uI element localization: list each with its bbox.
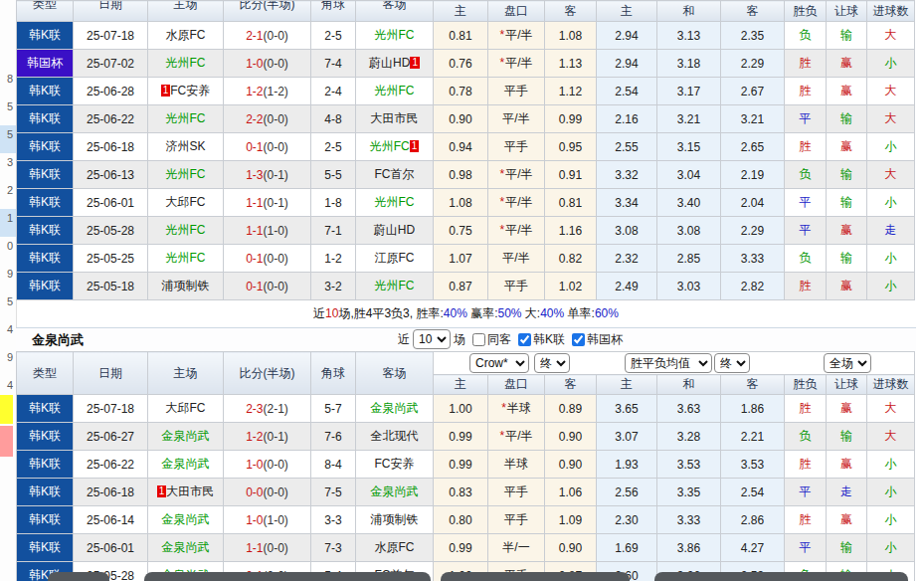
ah-home-odds: 0.83 <box>434 479 488 506</box>
ah-away-odds: 1.06 <box>545 479 597 506</box>
table-row: 韩K联25-07-18水原FC2-1(0-0)2-5光州FC0.81*平/半1.… <box>17 22 915 50</box>
red-card-badge: 1 <box>410 140 420 152</box>
ah-home-odds: 0.98 <box>434 161 488 189</box>
eu-home-odds: 2.16 <box>597 105 657 133</box>
handicap-result-cell: 走 <box>827 479 867 506</box>
match-date: 25-06-22 <box>74 105 148 133</box>
korea-cup-filter[interactable]: 韩国杯 <box>565 331 623 348</box>
early-odds-star: * <box>499 223 504 237</box>
eu-home-odds: 2.49 <box>597 273 657 300</box>
team-name: 光州FC <box>166 223 206 237</box>
handicap-text: 平/半 <box>502 111 529 125</box>
col-score: 比分(半场) <box>224 352 311 395</box>
handicap-cell: *平/半 <box>488 50 545 78</box>
team-name: FC首尔 <box>375 167 415 181</box>
team-name: 浦项制铁 <box>162 279 210 292</box>
result-cell: 负 <box>785 423 827 451</box>
handicap-cell: 平手 <box>488 78 545 105</box>
bottom-sheet-tab[interactable] <box>48 572 109 581</box>
handicap-cell: 平手 <box>488 273 545 300</box>
k-league-filter[interactable]: 韩K联 <box>511 331 565 348</box>
eu-away-odds: 2.04 <box>721 189 785 217</box>
eu-draw-odds: 2.85 <box>657 245 721 273</box>
match-date: 25-06-18 <box>74 479 148 506</box>
result-cell: 平 <box>785 534 827 562</box>
ah-away-odds: 0.89 <box>545 395 597 423</box>
corners-cell: 2-5 <box>311 22 356 50</box>
team-name: FC安养 <box>375 457 415 471</box>
bottom-sheet-tab[interactable] <box>144 572 431 581</box>
handicap-text: 平/半 <box>505 28 532 42</box>
eu-away-odds: 1.86 <box>721 395 785 423</box>
table-row: 韩K联25-06-01金泉尚武1-1(0-0)7-3水原FC0.99半/一0.9… <box>17 534 915 562</box>
team-name: 金泉尚武 <box>162 540 210 554</box>
bottom-sheet-tab[interactable] <box>654 572 908 581</box>
half-time-score: (0-0) <box>264 280 288 293</box>
strip-digit: 5 <box>7 292 13 310</box>
red-card-badge: 1 <box>410 57 420 69</box>
odds-time-select[interactable]: 终 <box>534 353 570 373</box>
half-time-score: (0-0) <box>264 140 288 154</box>
handicap-cell: *平/半 <box>488 217 545 245</box>
goals-result-cell: 小 <box>867 273 915 300</box>
half-time-score: (0-1) <box>264 430 288 444</box>
match-date: 25-06-13 <box>74 161 148 189</box>
ah-away-odds: 0.82 <box>545 245 597 273</box>
scope-select[interactable]: 全场 <box>824 353 871 373</box>
score-cell: 0-0(0-0) <box>224 479 311 506</box>
ah-away-odds: 0.95 <box>545 133 597 161</box>
full-time-score: 0-1 <box>246 140 263 154</box>
team-cell: 大邱FC <box>148 189 224 217</box>
team-cell: 浦项制铁 <box>356 506 434 534</box>
full-time-score: 0-1 <box>246 252 263 266</box>
strip-digit: 0 <box>7 237 13 255</box>
bookmaker-select[interactable]: Crow* <box>469 353 529 373</box>
ah-home-odds: 0.99 <box>434 534 488 562</box>
eu-draw-odds: 3.53 <box>657 451 721 479</box>
highlight-yellow <box>0 395 13 424</box>
full-time-score: 0-1 <box>246 280 263 293</box>
goals-result-cell: 大 <box>867 78 915 105</box>
recent-games-select[interactable]: 10 <box>413 329 451 349</box>
goals-result-cell: 小 <box>867 451 915 479</box>
odds-time-select-2[interactable]: 终 <box>714 353 750 373</box>
handicap-text: 平/半 <box>505 56 532 70</box>
korea-cup-checkbox[interactable] <box>572 333 585 346</box>
team-cell: FC首尔 <box>356 161 434 189</box>
team-name: 光州FC <box>375 84 415 97</box>
eu-draw-odds: 3.35 <box>657 479 721 506</box>
col-corners: 角球 <box>311 352 356 395</box>
team-name: 蔚山HD <box>374 223 415 237</box>
same-venue-filter[interactable]: 同客 <box>465 331 511 348</box>
result-cell: 胜 <box>785 50 827 78</box>
table-row: 韩K联25-05-28光州FC1-1(1-0)7-1蔚山HD0.75*平/半1.… <box>17 217 915 245</box>
bottom-sheet-tab[interactable] <box>441 572 630 581</box>
goals-result-cell: 走 <box>867 217 915 245</box>
corners-cell: 8-4 <box>311 451 356 479</box>
k-league-checkbox[interactable] <box>518 333 531 346</box>
handicap-result-cell: 赢 <box>827 395 867 423</box>
gwangju-fc-history-table: 类型 日期 主场 比分(半场) 角球 客场 主 盘口 客 主 和 客 胜负 让球… <box>16 0 915 300</box>
content-area: 类型 日期 主场 比分(半场) 角球 客场 主 盘口 客 主 和 客 胜负 让球… <box>16 0 916 581</box>
avg-odds-select[interactable]: 胜平负均值 <box>625 353 712 373</box>
league-badge: 韩K联 <box>17 273 74 300</box>
eu-away-odds: 3.21 <box>721 105 785 133</box>
corners-cell: 2-4 <box>311 78 356 105</box>
eu-draw-odds: 3.03 <box>657 273 721 300</box>
handicap-cell: *半球 <box>488 395 545 423</box>
full-time-score: 2-1 <box>246 29 263 43</box>
league-badge: 韩K联 <box>17 506 74 534</box>
team-cell: 蔚山HD1 <box>356 50 434 78</box>
same-venue-checkbox[interactable] <box>472 333 485 346</box>
eu-home-odds: 3.32 <box>597 161 657 189</box>
handicap-result-cell: 赢 <box>827 133 867 161</box>
team-name: 蔚山HD <box>369 56 410 70</box>
ah-away-odds: 1.02 <box>545 273 597 300</box>
match-date: 25-07-18 <box>74 395 148 423</box>
eu-away-odds: 2.67 <box>721 78 785 105</box>
col-handicap: 盘口 <box>488 375 545 395</box>
table-row: 韩K联25-06-14金泉尚武1-0(1-0)3-3浦项制铁0.80平手1.09… <box>17 506 915 534</box>
corners-cell: 7-1 <box>311 217 356 245</box>
col-eu-draw: 和 <box>657 1 721 22</box>
team-cell: 济州SK <box>148 133 224 161</box>
